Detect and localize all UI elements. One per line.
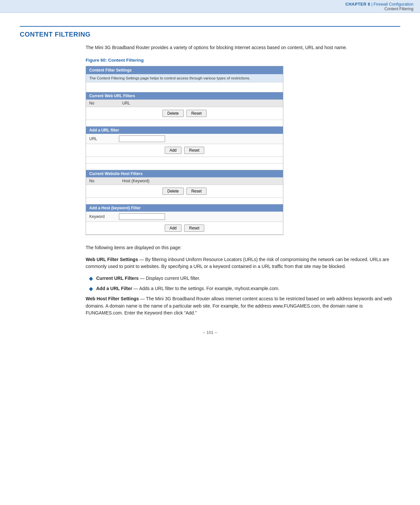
add-url-button[interactable]: Add — [165, 147, 182, 154]
figure-title: Figure 60: Content Filtering — [86, 58, 400, 63]
bullet-2-text: Add a URL Filter — Adds a URL filter to … — [96, 285, 279, 292]
following-text: The following items are displayed on thi… — [86, 244, 400, 252]
url-filters-header-row: No URL — [86, 100, 283, 107]
section-title: Content Filtering — [20, 26, 400, 38]
add-host-button-row: Add Reset — [86, 222, 283, 235]
web-host-dash: — — [139, 296, 146, 301]
panel-gap-4 — [86, 198, 283, 204]
header-sub-title: Content Filtering — [384, 7, 413, 11]
bullet-2-body: Adds a URL filter to the settings. For e… — [139, 286, 279, 291]
web-host-title: Web Host Filter Settings — [86, 296, 139, 301]
reset-add-host-button[interactable]: Reset — [184, 224, 204, 232]
sub-panel-add-url: Add a URL filter — [86, 127, 283, 134]
panel-header: Content Filter Settings — [86, 66, 283, 74]
col-no-2: No — [86, 177, 119, 185]
bullet-1-text: Current URL Filters — Displays current U… — [96, 275, 200, 282]
web-host-paragraph: Web Host Filter Settings — The Mini 3G B… — [86, 295, 400, 317]
keyword-input-row: Keyword — [86, 212, 283, 222]
reset-url-button[interactable]: Reset — [186, 110, 207, 117]
web-url-paragraph: Web URL Filter Settings — By filtering i… — [86, 256, 400, 270]
bullet-diamond-2: ◆ — [89, 285, 93, 292]
figure-box: Content Filter Settings The Content Filt… — [86, 66, 283, 235]
delete-host-button[interactable]: Delete — [162, 188, 184, 195]
panel-gap-3 — [86, 163, 283, 170]
host-filters-button-row: Delete Reset — [86, 185, 283, 198]
keyword-input[interactable] — [119, 213, 165, 220]
url-input-row: URL — [86, 134, 283, 144]
panel-gap-2 — [86, 157, 283, 163]
page-footer: – 101 – — [20, 330, 400, 342]
desc-section: The following items are displayed on thi… — [86, 244, 400, 317]
bullet-diamond-1: ◆ — [89, 275, 93, 282]
sub-panel-add-host: Add a Host (keyword) Filter — [86, 204, 283, 212]
web-url-title: Web URL Filter Settings — [86, 257, 138, 262]
bullet-2-title: Add a URL Filter — [96, 286, 132, 291]
add-host-button[interactable]: Add — [165, 224, 182, 232]
panel-desc: The Content Filtering Settings page help… — [86, 74, 283, 82]
col-host: Host (Keyword) — [119, 177, 153, 185]
host-filters-header-row: No Host (Keyword) — [86, 177, 283, 185]
bullet-2-dash: — — [132, 286, 139, 291]
bullet-current-url: ◆ Current URL Filters — Displays current… — [89, 275, 400, 282]
col-url: URL — [119, 100, 133, 107]
page-header: CHAPTER 8 | Firewall Configuration Conte… — [0, 0, 420, 13]
sub-panel-url-filters: Current Web URL Filters — [86, 92, 283, 100]
url-label: URL — [89, 136, 119, 141]
web-url-dash: — — [138, 257, 145, 262]
url-filters-button-row: Delete Reset — [86, 107, 283, 120]
url-input[interactable] — [119, 135, 165, 142]
add-url-button-row: Add Reset — [86, 144, 283, 157]
delete-url-button[interactable]: Delete — [162, 110, 184, 117]
col-no-1: No — [86, 100, 119, 107]
intro-paragraph: The Mini 3G Broadband Router provides a … — [86, 44, 400, 51]
panel-spacer-1 — [86, 82, 283, 92]
bullet-1-dash: — — [139, 276, 146, 281]
sub-panel-host-filters: Current Website Host Filters — [86, 170, 283, 177]
bullet-1-body: Displays current URL filter. — [146, 276, 200, 281]
reset-add-url-button[interactable]: Reset — [184, 147, 204, 154]
header-main-title: Firewall Configuration — [374, 2, 413, 7]
bullet-1-title: Current URL Filters — [96, 276, 139, 281]
bullet-add-url: ◆ Add a URL Filter — Adds a URL filter t… — [89, 285, 400, 292]
keyword-label: Keyword — [89, 214, 119, 219]
reset-host-button[interactable]: Reset — [186, 188, 207, 195]
body-text-area: The Mini 3G Broadband Router provides a … — [86, 44, 400, 317]
header-separator: | — [370, 2, 374, 7]
chapter-label: CHAPTER 8 — [346, 2, 370, 7]
panel-gap-1 — [86, 120, 283, 127]
header-right: CHAPTER 8 | Firewall Configuration Conte… — [346, 2, 413, 11]
page-content: Content Filtering The Mini 3G Broadband … — [0, 13, 420, 355]
